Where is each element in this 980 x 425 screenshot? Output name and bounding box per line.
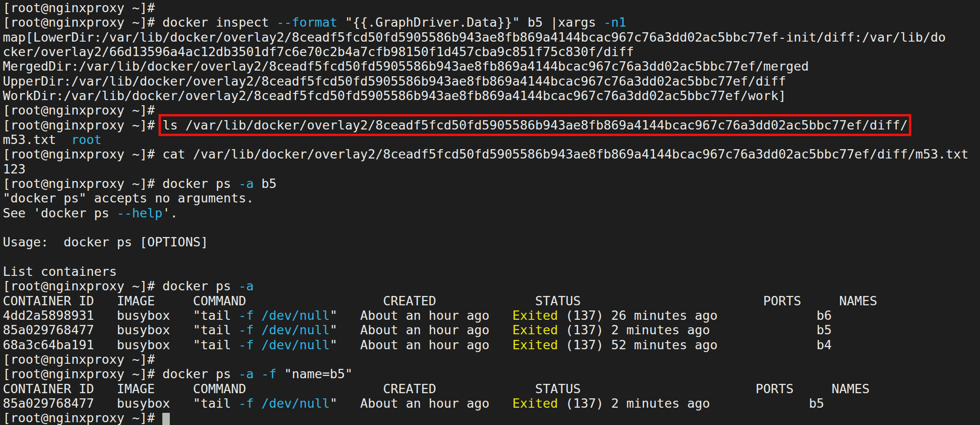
terminal-line-15: See 'docker ps --help'. bbox=[3, 206, 980, 220]
highlighted-text: -f bbox=[239, 338, 254, 352]
text-segment bbox=[254, 308, 261, 323]
text-segment: [root@nginxproxy ~]# bbox=[3, 352, 155, 367]
text-segment: CONTAINER ID IMAGE COMMAND CREATED STATU… bbox=[3, 294, 877, 308]
terminal-line-27: CONTAINER ID IMAGE COMMAND CREATED STATU… bbox=[3, 382, 980, 396]
terminal-line-5: MergedDir:/var/lib/docker/overlay2/8cead… bbox=[3, 59, 980, 73]
terminal-line-14: "docker ps" accepts no arguments. bbox=[3, 191, 980, 205]
terminal-line-7: WorkDir:/var/lib/docker/overlay2/8ceadf5… bbox=[3, 88, 980, 103]
terminal-line-24: 68a3c64ba191 busybox "tail -f /dev/null"… bbox=[3, 338, 980, 352]
terminal-line-3: map[LowerDir:/var/lib/docker/overlay2/8c… bbox=[3, 30, 980, 44]
text-segment: b5 bbox=[254, 176, 276, 191]
status-exited-text: Exited bbox=[512, 338, 558, 352]
cursor-block bbox=[162, 413, 170, 425]
text-segment: "{{.GraphDriver.Data}}" b5 |xargs bbox=[337, 15, 603, 29]
terminal-line-10: m53.txt root bbox=[3, 132, 980, 147]
text-segment: 4dd2a5898931 busybox "tail bbox=[3, 308, 239, 323]
status-exited-text: Exited bbox=[512, 323, 558, 337]
terminal-line-8: [root@nginxproxy ~]# bbox=[3, 103, 980, 117]
terminal-line-20: [root@nginxproxy ~]# docker ps -a bbox=[3, 279, 980, 293]
text-segment: " About an hour ago bbox=[330, 338, 512, 352]
text-segment: See 'docker ps bbox=[3, 206, 117, 220]
status-exited-text: Exited bbox=[512, 308, 558, 323]
terminal-line-25: [root@nginxproxy ~]# bbox=[3, 352, 980, 367]
text-segment bbox=[254, 323, 261, 337]
text-segment bbox=[254, 396, 261, 411]
text-segment: [root@nginxproxy ~]# docker ps bbox=[3, 176, 239, 191]
highlighted-text: /dev/null bbox=[261, 338, 330, 352]
terminal-line-16 bbox=[3, 220, 980, 235]
text-segment: "name=b5" bbox=[276, 367, 353, 381]
highlighted-text: --help bbox=[117, 206, 163, 220]
text-segment: 123 bbox=[3, 162, 26, 176]
text-segment: CONTAINER ID IMAGE COMMAND CREATED STATU… bbox=[3, 382, 870, 396]
highlighted-text: /dev/null bbox=[261, 308, 330, 323]
text-segment: m53.txt bbox=[3, 132, 71, 147]
terminal-line-11: [root@nginxproxy ~]# cat /var/lib/docker… bbox=[3, 147, 980, 161]
highlighted-text: -a bbox=[239, 176, 254, 191]
text-segment bbox=[254, 338, 261, 352]
text-segment: [root@nginxproxy ~]# bbox=[3, 411, 162, 425]
text-segment: 85a029768477 busybox "tail bbox=[3, 396, 239, 411]
text-segment: 68a3c64ba191 busybox "tail bbox=[3, 338, 239, 352]
highlighted-text: /dev/null bbox=[261, 323, 330, 337]
text-segment: [root@nginxproxy ~]# docker ps bbox=[3, 279, 239, 293]
terminal-line-18 bbox=[3, 250, 980, 264]
terminal-line-13: [root@nginxproxy ~]# docker ps -a b5 bbox=[3, 176, 980, 191]
terminal-line-23: 85a029768477 busybox "tail -f /dev/null"… bbox=[3, 323, 980, 337]
text-segment: [root@nginxproxy ~]# cat /var/lib/docker… bbox=[3, 147, 968, 161]
text-segment: 85a029768477 busybox "tail bbox=[3, 323, 239, 337]
highlighted-text: root bbox=[71, 132, 102, 147]
status-exited-text: Exited bbox=[512, 396, 558, 411]
text-segment: "docker ps" accepts no arguments. bbox=[3, 191, 254, 205]
terminal[interactable]: [root@nginxproxy ~]#[root@nginxproxy ~]#… bbox=[0, 0, 980, 425]
text-segment: [root@nginxproxy ~]# bbox=[3, 0, 155, 15]
highlighted-text: -a bbox=[239, 367, 254, 381]
text-segment: " About an hour ago bbox=[330, 308, 512, 323]
terminal-line-28: 85a029768477 busybox "tail -f /dev/null"… bbox=[3, 396, 980, 411]
boxed-command: ls /var/lib/docker/overlay2/8ceadf5fcd50… bbox=[162, 118, 907, 132]
text-segment: [root@nginxproxy ~]# bbox=[3, 118, 162, 132]
highlighted-text: -f bbox=[239, 308, 254, 323]
highlighted-text: /dev/null bbox=[261, 396, 330, 411]
text-segment: Usage: docker ps [OPTIONS] bbox=[3, 235, 208, 249]
text-segment: [root@nginxproxy ~]# bbox=[3, 103, 155, 117]
terminal-line-1: [root@nginxproxy ~]# bbox=[3, 0, 980, 15]
terminal-line-22: 4dd2a5898931 busybox "tail -f /dev/null"… bbox=[3, 308, 980, 323]
terminal-line-6: UpperDir:/var/lib/docker/overlay2/8ceadf… bbox=[3, 74, 980, 88]
text-segment: (137) 2 minutes ago b5 bbox=[558, 323, 832, 337]
terminal-line-19: List containers bbox=[3, 264, 980, 279]
text-segment bbox=[254, 367, 261, 381]
highlighted-text: -a bbox=[239, 279, 254, 293]
text-segment: [root@nginxproxy ~]# docker ps bbox=[3, 367, 239, 381]
highlighted-text: --format bbox=[276, 15, 337, 29]
text-segment: [root@nginxproxy ~]# docker inspect bbox=[3, 15, 276, 29]
terminal-line-2: [root@nginxproxy ~]# docker inspect --fo… bbox=[3, 15, 980, 29]
text-segment: " About an hour ago bbox=[330, 323, 512, 337]
text-segment: " About an hour ago bbox=[330, 396, 512, 411]
text-segment: WorkDir:/var/lib/docker/overlay2/8ceadf5… bbox=[3, 88, 786, 103]
text-segment: (137) 2 minutes ago b5 bbox=[558, 396, 824, 411]
text-segment: map[LowerDir:/var/lib/docker/overlay2/8c… bbox=[3, 30, 946, 44]
text-segment: List containers bbox=[3, 264, 117, 279]
text-segment: '. bbox=[162, 206, 178, 220]
text-segment: MergedDir:/var/lib/docker/overlay2/8cead… bbox=[3, 59, 809, 73]
text-segment: cker/overlay2/66d13596a4ac12db3501df7c6e… bbox=[3, 44, 634, 59]
text-segment: (137) 26 minutes ago b6 bbox=[558, 308, 832, 323]
terminal-line-9: [root@nginxproxy ~]# ls /var/lib/docker/… bbox=[3, 118, 980, 132]
terminal-line-21: CONTAINER ID IMAGE COMMAND CREATED STATU… bbox=[3, 294, 980, 308]
terminal-line-4: cker/overlay2/66d13596a4ac12db3501df7c6e… bbox=[3, 44, 980, 59]
terminal-line-12: 123 bbox=[3, 162, 980, 176]
highlighted-text: -f bbox=[239, 323, 254, 337]
highlighted-text: -n1 bbox=[603, 15, 626, 29]
text-segment: (137) 52 minutes ago b4 bbox=[558, 338, 832, 352]
highlighted-text: -f bbox=[239, 396, 254, 411]
highlighted-text: -f bbox=[261, 367, 277, 381]
terminal-line-26: [root@nginxproxy ~]# docker ps -a -f "na… bbox=[3, 367, 980, 381]
terminal-line-29: [root@nginxproxy ~]# bbox=[3, 411, 980, 425]
text-segment: UpperDir:/var/lib/docker/overlay2/8ceadf… bbox=[3, 74, 786, 88]
terminal-line-17: Usage: docker ps [OPTIONS] bbox=[3, 235, 980, 249]
